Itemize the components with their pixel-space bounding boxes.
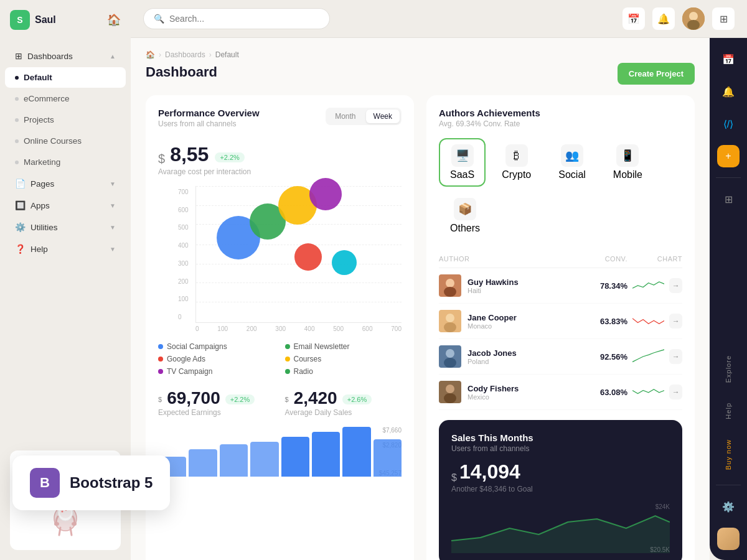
perf-subtitle: Users from all channels	[158, 119, 260, 128]
sidebar-group-apps[interactable]: 🔲 Apps ▼	[5, 195, 126, 216]
metric-badge: +2.2%	[215, 152, 245, 162]
search-input[interactable]	[169, 14, 319, 24]
week-btn[interactable]: Week	[366, 110, 400, 123]
svg-point-21	[444, 393, 456, 403]
table-row: Jane Cooper Monaco 63.83% →	[439, 304, 682, 339]
bubble-tv	[309, 178, 342, 210]
bubble-radio	[294, 243, 322, 271]
bootstrap-text: Bootstrap 5	[70, 474, 153, 492]
breadcrumb-current: Default	[215, 50, 239, 59]
svg-point-11	[446, 279, 454, 287]
metric-value: $ 8,55	[158, 143, 209, 166]
saas-icon: 🖥️	[451, 144, 474, 167]
sidebar-group-utilities[interactable]: ⚙️ Utilities ▼	[5, 217, 126, 238]
tab-saas[interactable]: 🖥️ SaaS	[439, 138, 486, 187]
legend-social: Social Campaigns	[158, 342, 275, 351]
authors-table-header: Author Conv. Chart	[439, 250, 682, 268]
sales-chart: $24K $20.5K	[451, 503, 670, 553]
dot	[15, 97, 19, 101]
main-area: 🔍 📅 🔔 ⊞ 🏠 › Dashboards › Default	[131, 0, 747, 560]
grid-panel-icon[interactable]: ⊞	[717, 188, 740, 210]
sidebar-item-online-courses[interactable]: Online Courses	[5, 131, 126, 151]
tab-mobile[interactable]: 📱 Mobile	[602, 138, 654, 187]
svg-point-18	[444, 358, 456, 368]
view-btn-0[interactable]: →	[669, 278, 682, 293]
author-info-0: Guy Hawkins Haiti	[439, 274, 573, 297]
code-icon[interactable]: ⟨/⟩	[717, 113, 740, 135]
home-icon: 🏠	[146, 50, 155, 59]
sidebar-item-projects[interactable]: Projects	[5, 110, 126, 130]
settings-panel-icon[interactable]: ⚙️	[717, 495, 740, 518]
metric-label: Avarage cost per interaction	[158, 167, 402, 176]
perf-header: Performance Overview Users from all chan…	[158, 108, 402, 128]
chart-area	[195, 186, 402, 323]
content-area: 🏠 › Dashboards › Default Dashboard Creat…	[131, 38, 747, 560]
authors-subtitle: Avg. 69.34% Conv. Rate	[439, 119, 682, 128]
svg-point-20	[446, 385, 454, 393]
col-author: Author	[439, 255, 573, 263]
earnings-stat: $ 69,700 +2.2% Expected Earnings	[158, 388, 275, 417]
help-label[interactable]: Help	[722, 398, 735, 424]
create-project-button[interactable]: Create Project	[618, 63, 695, 85]
svg-point-12	[444, 287, 456, 297]
right-panel: 📅 🔔 ⟨/⟩ + ⊞ Explore Help Buy now ⚙️	[710, 38, 747, 560]
social-icon: 👥	[561, 144, 583, 167]
chevron-down-icon: ▲	[110, 53, 116, 60]
notification-icon[interactable]: 🔔	[717, 80, 740, 103]
user-avatar[interactable]	[682, 7, 705, 30]
grid-icon-btn[interactable]: ⊞	[712, 7, 735, 30]
pages-label: Pages	[31, 179, 54, 189]
avatar-2	[439, 345, 461, 368]
view-btn-3[interactable]: →	[669, 385, 682, 399]
legend-courses: Courses	[285, 355, 402, 363]
sidebar-nav: ⊞ Dashboards ▲ Default eCommerce Project…	[0, 40, 131, 441]
sidebar-group-help[interactable]: ❓ Help ▼	[5, 238, 126, 259]
plus-icon[interactable]: +	[717, 145, 740, 167]
month-btn[interactable]: Month	[327, 110, 363, 123]
svg-point-6	[72, 522, 77, 526]
avatar-0	[439, 274, 461, 297]
utilities-label: Utilities	[31, 223, 58, 232]
chart-legend: Social Campaigns Email Newsletter Google…	[158, 342, 402, 376]
tab-social[interactable]: 👥 Social	[547, 138, 597, 187]
dashboard-grid: Performance Overview Users from all chan…	[146, 95, 695, 560]
svg-point-15	[444, 322, 456, 332]
daily-sales-stat: $ 2,420 +2.6% Average Daily Sales	[285, 388, 402, 417]
svg-point-5	[54, 522, 59, 526]
performance-card: Performance Overview Users from all chan…	[146, 95, 414, 560]
tab-others[interactable]: 📦 Others	[439, 192, 491, 240]
back-icon[interactable]: 🏠	[107, 13, 121, 27]
sidebar-item-marketing[interactable]: Marketing	[5, 152, 126, 172]
svg-point-3	[62, 511, 63, 513]
search-box[interactable]: 🔍	[143, 8, 330, 29]
view-btn-1[interactable]: →	[669, 314, 682, 329]
pages-icon: 📄	[15, 179, 26, 189]
legend-tv: TV Campaign	[158, 367, 275, 376]
authors-card: Authors Achievements Avg. 69.34% Conv. R…	[426, 95, 695, 560]
explore-label[interactable]: Explore	[722, 350, 735, 388]
buy-now-label[interactable]: Buy now	[722, 434, 735, 475]
sidebar-group-dashboards[interactable]: ⊞ Dashboards ▲	[5, 45, 126, 67]
apps-icon: 🔲	[15, 200, 26, 210]
svg-point-17	[446, 349, 454, 358]
bell-icon-btn[interactable]: 🔔	[652, 7, 675, 30]
legend-google-ads: Google Ads	[158, 355, 275, 363]
tab-crypto[interactable]: ₿ Crypto	[491, 138, 542, 187]
bubble-chart-wrap: 700 600 500 400 300 200 100 0	[158, 186, 402, 332]
utilities-icon: ⚙️	[15, 222, 26, 232]
calendar-icon-btn[interactable]: 📅	[622, 7, 645, 30]
sidebar-item-ecommerce[interactable]: eCommerce	[5, 88, 126, 109]
sales-value: 14,094	[459, 460, 520, 483]
dashboard-icon: ⊞	[15, 51, 22, 61]
sales-goal: Another $48,346 to Goal	[451, 485, 670, 493]
view-btn-2[interactable]: →	[669, 349, 682, 364]
sidebar-item-default[interactable]: Default	[5, 67, 126, 88]
bootstrap-logo: B	[30, 468, 60, 498]
calendar-icon[interactable]: 📅	[717, 48, 740, 70]
bubble-courses	[332, 250, 357, 275]
mini-chart-3	[632, 383, 664, 401]
sidebar-header: S Saul 🏠	[0, 0, 131, 40]
dashboards-label: Dashboards	[27, 52, 73, 61]
mini-chart-0	[632, 276, 664, 295]
sidebar-group-pages[interactable]: 📄 Pages ▼	[5, 173, 126, 194]
